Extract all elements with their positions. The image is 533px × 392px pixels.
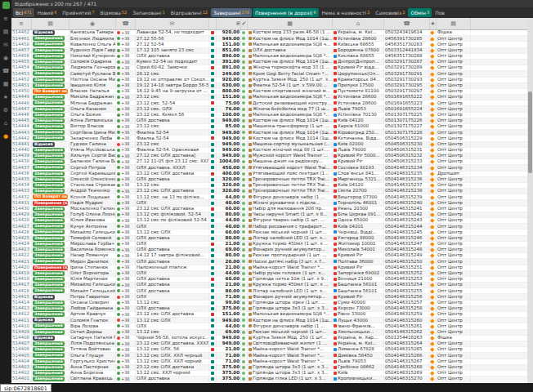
table-row[interactable]: 514444ЗавершенийВіктор Власов+3823.12 см… <box>11 124 527 130</box>
table-row[interactable]: 514461ЗавершенийБлєзнюк Людмила Ан...+38… <box>11 36 527 42</box>
table-row[interactable]: 514404ЗавершенийГоргулько Христина ...+3… <box>11 359 527 365</box>
table-row[interactable]: 514418ЗавершенийЮлія Мартинюк+38ОЛХ дост… <box>11 277 527 283</box>
table-row[interactable]: 514426ЗавершенийМихайло Гилецький+3813.1… <box>11 229 527 235</box>
phone-icon[interactable]: ☎ <box>2 69 10 74</box>
col-phone-header[interactable]: ☎ <box>384 18 430 29</box>
col-status-header[interactable]: ▤ <box>32 18 69 29</box>
tab-accepted[interactable]: Прийнятий7 <box>60 8 96 17</box>
table-row[interactable]: 514457ЗавершенийРуденко Лідія Гаври...+3… <box>11 48 527 54</box>
table-row[interactable]: 514449ЗавершенийМикола Бадражан+3823.12 … <box>11 95 527 100</box>
tab-refused[interactable]: Відмова52 <box>98 8 130 17</box>
table-row[interactable]: 514453ЗавершенийСамотуй Руслана Вол...+3… <box>11 71 527 77</box>
scrollbar-thumb[interactable] <box>528 91 532 173</box>
col-products-header[interactable]: ▦ <box>248 18 333 29</box>
table-row[interactable]: 514413ЗавершенийЛюбов Гайдамака+38ОЛХ до… <box>11 306 527 312</box>
tab-new[interactable]: Новий6 <box>35 8 60 17</box>
table-row[interactable]: 514432ПО Возврат ок.Ксенія Лещишак+3813.… <box>11 194 527 200</box>
table-row[interactable]: 514409ЗавершенийОстап Дорош+3813.12 смс6… <box>11 330 527 336</box>
favorites-icon[interactable]: ★ <box>3 95 8 100</box>
table-row[interactable]: 514407ЗавершенийЛілія Подолянська+3823.1… <box>11 341 527 347</box>
col-region-header[interactable]: ⌂ <box>333 18 384 29</box>
table-row[interactable]: 514433ЗавершенийАндрій Ткаченко+3823.12 … <box>11 189 527 194</box>
table-row[interactable]: 514436ЗавершенийСергей Карамышев+3823.12… <box>11 172 527 177</box>
table-row[interactable]: 514412ЗавершенийАртем Кравчук+3823.12 см… <box>11 312 527 318</box>
notifications-icon[interactable]: ● <box>3 134 8 140</box>
table-row[interactable]: 514443ЗавершенийСергіївна Ірина Мих...+3… <box>11 130 527 136</box>
mail-icon[interactable]: ✉ <box>3 42 8 48</box>
table-row[interactable]: 514455ЗавершенийСоломія Одарина+38Кумен … <box>11 60 527 65</box>
table-row[interactable]: 514452ЗавершенийНікітіна Оксана Мик...+3… <box>11 78 527 83</box>
tab-shipped[interactable]: Відправлені12 <box>168 8 210 17</box>
col-channel-header[interactable]: ▤ <box>437 18 471 29</box>
col-paid-header[interactable]: ✔ <box>241 18 248 29</box>
table-row[interactable]: 514450ПО Возврат ок.Власюк Наталья+3816.… <box>11 89 527 95</box>
status-cell: Завершений <box>32 212 69 217</box>
tab-completed[interactable]: Завершені278 <box>211 8 252 17</box>
table-row[interactable]: 514441ВідмоваГудзюк Галина+3823.12 смс94… <box>11 142 527 148</box>
menu-icon[interactable]: ≡ <box>3 16 8 22</box>
table-row[interactable]: 514408ВідмоваСатарчук Наталія Гр...+38Чо… <box>11 336 527 341</box>
table-row[interactable]: 514401ЗавершенийСвітлана Кравець+38ОЛХ д… <box>11 376 527 382</box>
table-row[interactable]: 514422ЗавершенийНазар Романчук+3814.12 1… <box>11 253 527 259</box>
tab-packed[interactable]: Запаковані1 <box>130 8 167 17</box>
table-row[interactable]: 514406ЗавершенийТетяна Войтован+3813.12 … <box>11 347 527 353</box>
col-contact-header[interactable]: ☎ <box>116 18 136 29</box>
table-row[interactable]: 514430ЗавершенийМоскаленко Галина В...+3… <box>11 207 527 212</box>
table-row[interactable]: 514435ЗавершенийОлексій Олексієнко+38ОЛХ… <box>11 177 527 183</box>
table-row[interactable]: 514429ЗавершенийГолуб Олена Леонід...+38… <box>11 212 527 218</box>
table-row[interactable]: 514456ЗавершенийНиколай Кучеренко+38ОЛХ … <box>11 54 527 60</box>
table-row[interactable]: 514403ЗавершенийАнна Пастернак+3823.12 с… <box>11 365 527 371</box>
table-row[interactable]: 514421ЗавершенийМирон Данилюк+38ОЛХ дост… <box>11 259 527 265</box>
col-carrier-header[interactable] <box>209 18 217 29</box>
tab-return-transit[interactable]: Повернення (в дорозі)6 <box>253 8 319 17</box>
table-row[interactable]: 514423ЗавершенийВасилина Хоменко+38ОЛХ д… <box>11 247 527 253</box>
tab-all[interactable]: Всі471 <box>13 8 34 17</box>
table-row[interactable]: 514445ЗавершенийАліна Литвинська+38ОЛХ д… <box>11 118 527 124</box>
settings-icon[interactable]: ⚙ <box>3 108 8 114</box>
table-row[interactable]: 514458ЗавершенийКоваленко Ольга Ар...+38… <box>11 42 527 47</box>
tab-pickup[interactable]: Самовивіз2 <box>373 8 407 17</box>
table-row[interactable]: 514424ЗавершенийМирослава Горбач+38ОЛХ21… <box>11 242 527 247</box>
table-row[interactable]: 514405ЗавершенийОльга Глущук+3813.12 смс… <box>11 353 527 359</box>
stats-icon[interactable]: ▦ <box>3 82 9 87</box>
table-row[interactable]: 514462ВідмоваКанєвська Тамара+38Лаванда … <box>11 30 527 36</box>
table-row[interactable]: 514417ЗавершенийМихайло Гилецький+38ОЛХ … <box>11 283 527 288</box>
table-row[interactable]: 514440ЗавершенийУляна Мусійовська+38Фиал… <box>11 148 527 154</box>
table-row[interactable]: 514438ЗавершенийБаланюк Галина Вас...+38… <box>11 159 527 165</box>
table-row[interactable]: 514425ЗавершенийТимофій Соловей+38ОЛХ до… <box>11 236 527 242</box>
table-row[interactable]: 514427ЗавершенийКучук Антоніна+38ОЛХ40.0… <box>11 224 527 229</box>
table-row[interactable]: 514420Повернення (з...Ірина Степанюк+38Н… <box>11 265 527 271</box>
table-row[interactable]: 514451ЗавершенийІващенко Юлія+3819.12 14… <box>11 83 527 89</box>
vertical-scrollbar[interactable] <box>527 18 533 383</box>
table-row[interactable]: 514411ВідмоваСоломія Гнатюк+3813.12 смс … <box>11 318 527 323</box>
orders-icon[interactable]: ▤ <box>3 29 9 35</box>
table-row[interactable]: 514410ЗавершенийВіра Лозова+38ОЛХ44.00Фі… <box>11 323 527 329</box>
table-row[interactable]: 514442ЗавершенийЗахарченко Люба+38Фиалка… <box>11 136 527 141</box>
table-row[interactable]: 514447ЗавершенийОльга Казанюк+3823.12 см… <box>11 106 527 112</box>
table-row[interactable]: 514402ЗавершенийАнна Березна+3813.12 смс… <box>11 371 527 376</box>
tab-out-of-stock[interactable]: Нема в наявності2 <box>320 8 373 17</box>
home-icon[interactable]: ⌂ <box>4 121 7 127</box>
tab-more[interactable]: Пов <box>432 8 447 17</box>
table-row[interactable]: 514448ЗавершенийМілена Бадражан+3823.12 … <box>11 100 527 106</box>
table-row[interactable]: 514437ЗавершенийСергей Петров+38ОЛХ дост… <box>11 165 527 171</box>
order-products: Фігурки динозаврів набір (1 ... <box>248 323 333 328</box>
table-row[interactable]: 514416ЗавершенийМихайл Гилецький+38ОЛХ д… <box>11 288 527 294</box>
table-row[interactable]: 514414ЗавершенийОксана Северин+3813.12 с… <box>11 301 527 306</box>
table-row[interactable]: 514419ЗавершенийОлег Вернигора+38ОЛХ44.0… <box>11 271 527 277</box>
table-row[interactable]: 514454ЗавершенийЛюдмила Гончарова+38Сіри… <box>11 65 527 71</box>
tab-exchange[interactable]: Обмін3 <box>408 8 432 17</box>
col-comment-header[interactable]: ✉ <box>136 18 209 29</box>
table-row[interactable]: 514428ЗавершенийЮлия Иванова+3813.12 смс… <box>11 218 527 224</box>
table-row[interactable]: 514446ЗавершенийОльга Божик+3823.12 смс.… <box>11 113 527 118</box>
table-row[interactable]: 514434ЗавершенийСтаніслав Стрижак+3813.1… <box>11 183 527 189</box>
carrier-cell <box>209 142 217 147</box>
col-id-header[interactable]: ≡ <box>11 18 32 29</box>
table-row[interactable]: 514439ЗавершенийХильчук Сергій Вас...+38… <box>11 154 527 159</box>
contacts-icon[interactable]: ◉ <box>3 56 8 61</box>
col-channel-icon-header[interactable]: ★ <box>430 18 437 29</box>
table-row[interactable]: 514431Повернення (з...Надія Мудрик+38ОЛХ… <box>11 200 527 206</box>
col-total-header[interactable]: ₴ <box>217 18 241 29</box>
col-customer-header[interactable]: ◉ <box>69 18 116 29</box>
table-row[interactable]: 514415ВідмоваПетро Гаврилюк+38ОЛХ71.00Фо… <box>11 294 527 300</box>
